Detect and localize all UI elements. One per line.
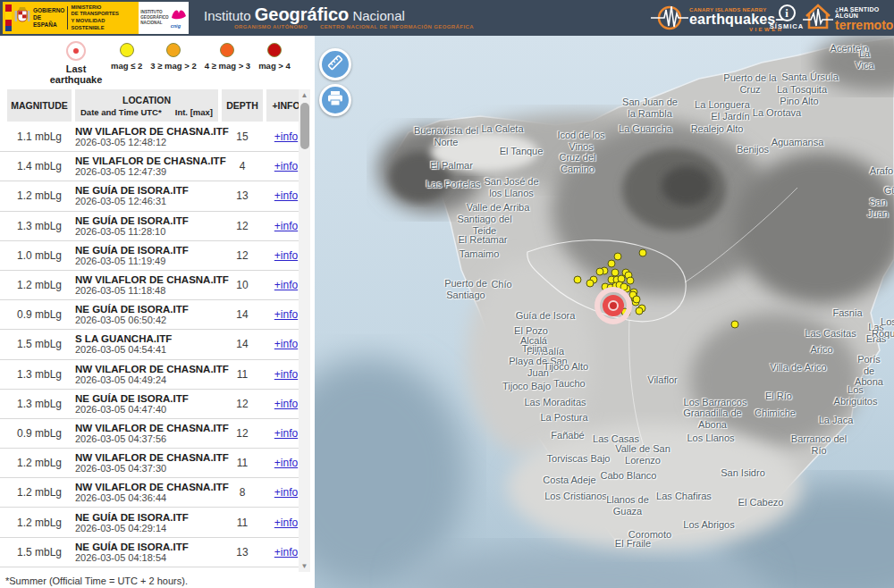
earthquake-marker[interactable] bbox=[731, 321, 739, 329]
measure-button[interactable] bbox=[319, 48, 351, 80]
table-row: 1.2 mbLgNE GUÍA DE ISORA.ITF2026-03-05 1… bbox=[0, 181, 299, 211]
scroll-down-icon[interactable]: ▼ bbox=[299, 560, 310, 572]
seismogram-circle-icon bbox=[651, 3, 688, 37]
scroll-up-icon[interactable]: ▲ bbox=[299, 89, 310, 101]
location-datetime: 2026-03-05 12:46:31 bbox=[75, 196, 218, 206]
info-link[interactable]: +info bbox=[274, 457, 298, 469]
cell-depth: 12 bbox=[222, 249, 263, 262]
table-row: 1.2 mbLgNW VILAFLOR DE CHASNA.ITF2026-03… bbox=[0, 478, 299, 508]
cell-depth: 13 bbox=[222, 546, 263, 559]
table-row: 0.9 mbLgNE GUÍA DE ISORA.ITF2026-03-05 0… bbox=[0, 300, 299, 330]
cell-location: NE GUÍA DE ISORA.ITF2026-03-05 04:47:40 bbox=[75, 393, 218, 415]
table-header: MAGNITUDE LOCATION Date and Time UTC* In… bbox=[0, 89, 299, 122]
map-canvas[interactable]: Buenavista del NorteLa CaletaEl TanqueIc… bbox=[315, 36, 894, 588]
legend-class-item: 4 ≥ mag > 3 bbox=[205, 43, 250, 71]
legend-class-label: 3 ≥ mag > 2 bbox=[150, 61, 196, 71]
info-link[interactable]: +info bbox=[274, 398, 298, 410]
spain-eu-flag-icon bbox=[5, 4, 12, 31]
location-name: NW VILAFLOR DE CHASNA.ITF bbox=[75, 423, 218, 433]
cell-location: NW VILAFLOR DE CHASNA.ITF2026-03-05 04:4… bbox=[75, 364, 218, 385]
earthquake-marker[interactable] bbox=[574, 276, 582, 284]
magnitude-dot-icon bbox=[267, 43, 282, 57]
cell-depth: 10 bbox=[222, 279, 263, 291]
col-location: LOCATION Date and Time UTC* Int. [max] bbox=[75, 89, 218, 122]
table-row: 1.4 mbLgNE VILAFLOR DE CHASNA.ITF2026-03… bbox=[0, 152, 299, 181]
earthquakes-viewer-logo[interactable]: CANARY ISLANDS NEARBY earthquakes– VIEWE… bbox=[651, 3, 784, 37]
location-name: NE GUÍA DE ISORA.ITF bbox=[75, 512, 218, 523]
legend-class-item: 3 ≥ mag > 2 bbox=[150, 43, 196, 71]
table-scrollbar[interactable]: ▲ ▼ bbox=[299, 89, 310, 572]
last-earthquake-icon bbox=[66, 41, 86, 61]
cell-depth: 4 bbox=[222, 160, 263, 172]
location-datetime: 2026-03-05 04:29:14 bbox=[75, 523, 218, 533]
location-name: NE GUÍA DE ISORA.ITF bbox=[75, 245, 218, 256]
gobierno-text: GOBIERNO DE ESPAÑA bbox=[33, 7, 64, 29]
cell-location: NE VILAFLOR DE CHASNA.ITF2026-03-05 12:4… bbox=[75, 155, 218, 177]
sismica-info[interactable]: i SÍSMICA bbox=[767, 4, 806, 30]
location-datetime: 2026-03-05 12:48:12 bbox=[75, 137, 218, 147]
cnig-butterfly-icon bbox=[171, 7, 187, 22]
info-link[interactable]: +info bbox=[274, 160, 298, 172]
info-link[interactable]: +info bbox=[274, 249, 298, 262]
cell-depth: 11 bbox=[222, 517, 263, 529]
print-button[interactable] bbox=[319, 84, 351, 116]
gobierno-logo[interactable]: GOBIERNO DE ESPAÑA MINISTERIO DE TRANSPO… bbox=[3, 2, 139, 34]
cell-magnitude: 1.2 mbLg bbox=[7, 279, 72, 291]
ign-subtitle: ORGANISMO AUTÓNOMO CENTRO NACIONAL DE IN… bbox=[234, 24, 474, 29]
cell-depth: 15 bbox=[222, 130, 263, 143]
location-name: NE GUÍA DE ISORA.ITF bbox=[75, 185, 218, 196]
ruler-icon bbox=[326, 54, 344, 75]
terremoto-logo[interactable]: ¿HA SENTIDO ALGÚN terremoto? bbox=[803, 2, 894, 36]
ign-cnig-logo[interactable]: INSTITUTO GEOGRÁFICO NACIONAL cnig bbox=[139, 2, 189, 34]
cell-location: S LA GUANCHA.ITF2026-03-05 04:54:41 bbox=[75, 333, 218, 355]
earthquake-list-panel: Last earthquake mag ≤ 23 ≥ mag > 24 ≥ ma… bbox=[0, 36, 315, 588]
table-row: 1.2 mbLgNE GUÍA DE ISORA.ITF2026-03-05 0… bbox=[0, 508, 299, 537]
earthquake-rows: 1.1 mbLgNW VILAFLOR DE CHASNA.ITF2026-03… bbox=[0, 122, 299, 567]
ign-title: Instituto Geográfico Nacional bbox=[204, 4, 405, 25]
table-row: 0.9 mbLgNW VILAFLOR DE CHASNA.ITF2026-03… bbox=[0, 419, 299, 449]
earthquake-marker[interactable] bbox=[608, 260, 616, 268]
scrollbar-thumb[interactable] bbox=[300, 103, 309, 149]
location-name: NW VILAFLOR DE CHASNA.ITF bbox=[75, 274, 218, 285]
info-link[interactable]: +info bbox=[274, 189, 298, 202]
earthquake-marker[interactable] bbox=[627, 277, 635, 285]
magnitude-dot-icon bbox=[120, 43, 134, 57]
earthquake-marker[interactable] bbox=[636, 307, 644, 315]
info-link[interactable]: +info bbox=[274, 517, 298, 529]
info-link[interactable]: +info bbox=[274, 546, 298, 559]
cell-location: NW VILAFLOR DE CHASNA.ITF2026-03-05 04:3… bbox=[75, 452, 218, 474]
earthquake-marker[interactable] bbox=[639, 249, 647, 257]
location-datetime: 2026-03-05 04:47:40 bbox=[75, 404, 218, 415]
info-link[interactable]: +info bbox=[274, 427, 298, 440]
earthquake-marker[interactable] bbox=[614, 253, 622, 261]
table-row: 1.3 mbLgNE GUÍA DE ISORA.ITF2026-03-05 1… bbox=[0, 212, 299, 241]
info-link[interactable]: +info bbox=[274, 486, 298, 499]
utc-footnote: *Summer (Official Time = UTC + 2 hours). bbox=[5, 575, 188, 586]
cell-depth: 13 bbox=[222, 189, 263, 202]
earthquake-marker[interactable] bbox=[596, 268, 604, 276]
header-bar: GOBIERNO DE ESPAÑA MINISTERIO DE TRANSPO… bbox=[0, 0, 894, 36]
legend-class-item: mag ≤ 2 bbox=[111, 43, 142, 71]
cell-magnitude: 1.2 mbLg bbox=[7, 457, 72, 469]
cell-magnitude: 1.3 mbLg bbox=[7, 220, 72, 232]
location-datetime: 2026-03-05 11:28:10 bbox=[75, 226, 218, 237]
last-earthquake-marker[interactable] bbox=[595, 287, 632, 324]
cell-magnitude: 1.3 mbLg bbox=[7, 398, 72, 410]
location-datetime: 2026-03-05 04:54:41 bbox=[75, 344, 218, 355]
info-link[interactable]: +info bbox=[274, 338, 298, 350]
magnitude-dot-icon bbox=[220, 43, 234, 57]
earthquake-marker[interactable] bbox=[586, 280, 595, 288]
info-link[interactable]: +info bbox=[274, 368, 298, 381]
info-link[interactable]: +info bbox=[274, 130, 298, 143]
cell-depth: 11 bbox=[222, 368, 263, 381]
location-datetime: 2026-03-05 06:50:42 bbox=[75, 315, 218, 325]
col-depth: DEPTH bbox=[222, 89, 263, 122]
cell-depth: 12 bbox=[222, 220, 263, 232]
info-link[interactable]: +info bbox=[274, 279, 298, 291]
legend-last-earthquake: Last earthquake bbox=[41, 41, 111, 85]
legend-class-label: mag > 4 bbox=[258, 61, 291, 71]
info-link[interactable]: +info bbox=[274, 220, 298, 232]
legend-class-label: 4 ≥ mag > 3 bbox=[205, 61, 250, 71]
earthquake-marker[interactable] bbox=[633, 296, 641, 304]
info-link[interactable]: +info bbox=[274, 308, 298, 321]
